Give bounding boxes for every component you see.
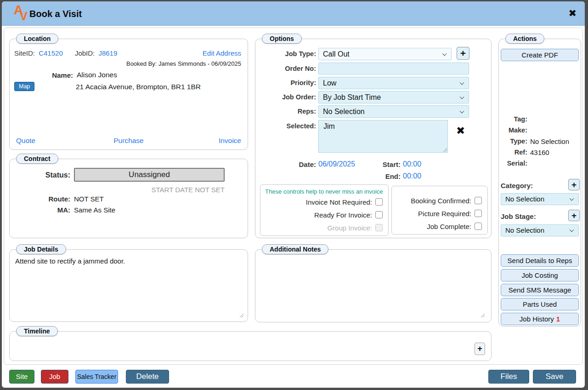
- address-text: 21 Acacia Avenue, Brompton, BR1 1BR: [76, 83, 201, 91]
- job-complete-row: Job Complete:: [427, 222, 482, 230]
- job-order-label: Job Order:: [255, 93, 316, 101]
- site-id-link[interactable]: C41520: [39, 49, 63, 57]
- contract-section: Contract Status: Unassigned START DATE N…: [9, 159, 248, 238]
- create-pdf-button[interactable]: Create PDF: [501, 49, 579, 61]
- ready-for-invoice-label: Ready For Invoice:: [314, 211, 372, 219]
- selected-label: Selected:: [255, 122, 316, 130]
- job-button-label: Job: [41, 370, 68, 383]
- booking-controls-panel: Booking Confirmed: Picture Required: Job…: [391, 186, 488, 235]
- job-details-section[interactable]: Job Details Attend site to rectify a jam…: [9, 249, 248, 322]
- resize-handle-icon[interactable]: [239, 313, 243, 317]
- job-stage-label: Job Stage:: [501, 212, 536, 220]
- location-legend: Location: [16, 34, 58, 44]
- site-id-label: SiteID:: [14, 49, 35, 57]
- reps-value: No Selection: [323, 106, 469, 117]
- job-button[interactable]: Job: [41, 370, 68, 384]
- status-label: Status:: [10, 171, 70, 179]
- sales-tracker-button[interactable]: Sales Tracker: [75, 370, 118, 384]
- route-label: Route:: [10, 195, 70, 203]
- job-costing-button[interactable]: Job Costing: [501, 269, 579, 281]
- location-section: Location SiteID: C41520 JobID: J8619 Edi…: [9, 39, 248, 150]
- delete-button-label: Delete: [126, 370, 169, 383]
- order-no-input[interactable]: [318, 63, 469, 75]
- make-label: Make:: [499, 126, 527, 134]
- ma-label: MA:: [10, 206, 70, 214]
- delete-button[interactable]: Delete: [126, 370, 169, 384]
- tag-label: Tag:: [499, 115, 527, 123]
- picture-required-row: Picture Required:: [418, 209, 482, 218]
- map-button[interactable]: Map: [14, 82, 34, 91]
- booking-confirmed-checkbox[interactable]: [475, 197, 482, 204]
- start-label: Start:: [355, 161, 401, 168]
- files-button[interactable]: Files: [488, 370, 529, 384]
- job-complete-label: Job Complete:: [427, 223, 471, 230]
- add-job-type-button[interactable]: +: [457, 47, 469, 60]
- parts-used-button[interactable]: Parts Used: [501, 298, 579, 310]
- start-date-note: START DATE NOT SET: [74, 186, 225, 194]
- invoice-not-required-checkbox[interactable]: [375, 198, 383, 206]
- add-category-button[interactable]: +: [568, 179, 580, 190]
- ma-value: Same As Site: [74, 206, 115, 214]
- date-value[interactable]: 06/09/2025: [318, 160, 355, 168]
- save-button[interactable]: Save: [533, 370, 576, 384]
- category-label: Category:: [501, 182, 533, 189]
- name-value: Alison Jones: [77, 71, 117, 79]
- dialog-header: A V Book a Visit ✖: [2, 1, 585, 26]
- dialog-title: Book a Visit: [29, 9, 82, 19]
- priority-select[interactable]: Low: [318, 77, 469, 89]
- category-value: No Selection: [505, 194, 578, 205]
- job-complete-checkbox[interactable]: [475, 223, 482, 230]
- invoice-link[interactable]: Invoice: [219, 137, 241, 145]
- options-legend: Options: [262, 34, 302, 44]
- edit-address-link[interactable]: Edit Address: [203, 49, 241, 57]
- group-invoice-label: Group Invoice:: [327, 224, 372, 232]
- add-timeline-button[interactable]: +: [475, 343, 485, 355]
- site-button[interactable]: Site: [9, 370, 34, 384]
- start-time-value[interactable]: 00:00: [403, 160, 421, 168]
- add-job-stage-button[interactable]: +: [568, 210, 580, 221]
- reps-label: Reps:: [255, 108, 316, 115]
- job-stage-select[interactable]: No Selection: [501, 224, 579, 236]
- category-select[interactable]: No Selection: [501, 193, 579, 205]
- job-history-count-badge: 1: [556, 315, 560, 323]
- timeline-legend: Timeline: [16, 326, 58, 336]
- send-sms-message-button[interactable]: Send SMS Message: [501, 284, 579, 296]
- send-details-to-reps-button[interactable]: Send Details to Reps: [501, 254, 579, 267]
- route-value: NOT SET: [74, 195, 104, 203]
- ready-for-invoice-row: Ready For Invoice:: [314, 211, 383, 219]
- type-value: No Selection: [530, 138, 569, 145]
- selected-reps-textarea[interactable]: Jim: [318, 120, 448, 153]
- purchase-link[interactable]: Purchase: [113, 137, 143, 145]
- end-time-value[interactable]: 00:00: [403, 172, 421, 180]
- files-button-label: Files: [489, 370, 529, 383]
- resize-handle-icon[interactable]: [480, 313, 485, 317]
- additional-notes-section[interactable]: Additional Notes: [255, 249, 492, 322]
- job-stage-value: No Selection: [505, 225, 578, 236]
- clear-selected-icon[interactable]: ✖: [456, 125, 465, 137]
- ready-for-invoice-checkbox[interactable]: [375, 211, 383, 218]
- quote-link[interactable]: Quote: [16, 137, 35, 145]
- site-button-label: Site: [10, 370, 34, 383]
- job-id-link[interactable]: J8619: [98, 49, 117, 57]
- job-type-value: Call Out: [323, 48, 451, 60]
- site-job-ids: SiteID: C41520 JobID: J8619: [14, 49, 117, 57]
- additional-notes-legend: Additional Notes: [262, 244, 328, 254]
- job-order-select[interactable]: By Job Start Time: [318, 91, 469, 103]
- job-details-text[interactable]: Attend site to rectify a jammed door.: [15, 257, 242, 265]
- save-button-label: Save: [533, 370, 576, 383]
- picture-required-checkbox[interactable]: [475, 210, 482, 217]
- reps-select[interactable]: No Selection: [318, 105, 469, 118]
- close-icon[interactable]: ✖: [568, 8, 577, 19]
- job-type-select[interactable]: Call Out: [318, 48, 452, 60]
- actions-section: Actions Create PDF Tag: Make: Type: No S…: [498, 39, 581, 327]
- job-history-button[interactable]: Job History1: [501, 313, 579, 325]
- job-details-legend: Job Details: [16, 244, 66, 254]
- name-label: Name:: [10, 71, 73, 79]
- status-value-box[interactable]: Unassigned: [74, 168, 225, 182]
- job-order-value: By Job Start Time: [323, 92, 469, 103]
- location-links: Quote Purchase Invoice: [16, 137, 241, 145]
- actions-legend: Actions: [505, 34, 544, 44]
- options-section: Options Job Type: Call Out + Order No: P…: [255, 39, 492, 238]
- end-label: End:: [355, 172, 401, 180]
- job-type-label: Job Type:: [255, 50, 316, 57]
